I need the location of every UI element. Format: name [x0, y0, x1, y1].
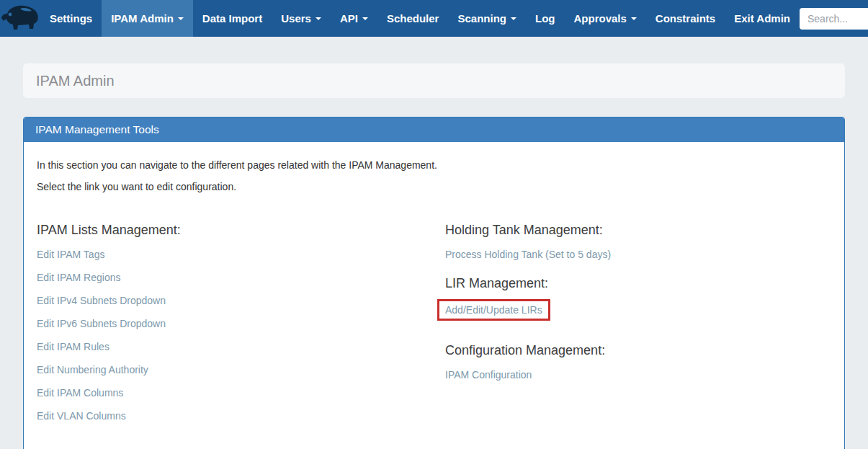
nav-item-label: Data Import [202, 12, 262, 25]
intro-text-1: In this section you can navigate to the … [37, 159, 831, 171]
nav-item-label: Scheduler [387, 12, 439, 25]
link-columns: IPAM Lists Management: Edit IPAM Tags Ed… [37, 223, 831, 433]
chevron-down-icon [362, 17, 368, 20]
main-nav: Settings IPAM Admin Data Import Users AP… [40, 0, 800, 37]
chevron-down-icon [316, 17, 321, 20]
nav-item-label: Exit Admin [734, 12, 790, 25]
nav-item-ipam-admin[interactable]: IPAM Admin [102, 0, 193, 37]
nav-item-scanning[interactable]: Scanning [448, 0, 526, 37]
nav-item-exit-admin[interactable]: Exit Admin [725, 0, 800, 37]
search-input[interactable] [800, 8, 868, 30]
link-edit-ipv6-subnets-dropdown[interactable]: Edit IPv6 Subnets Dropdown [37, 318, 445, 329]
nav-item-settings[interactable]: Settings [40, 0, 102, 37]
configuration-management-heading: Configuration Management: [445, 343, 831, 358]
nav-item-label: Users [281, 12, 311, 25]
nav-item-label: Log [535, 12, 555, 25]
chevron-down-icon [631, 17, 637, 20]
nav-item-scheduler[interactable]: Scheduler [377, 0, 449, 37]
nav-item-log[interactable]: Log [526, 0, 565, 37]
panel-heading: IPAM Management Tools [24, 117, 844, 142]
link-edit-ipam-regions[interactable]: Edit IPAM Regions [37, 272, 445, 283]
search-group [800, 8, 868, 30]
page-container: IPAM Admin IPAM Management Tools In this… [23, 63, 845, 449]
chevron-down-icon [178, 17, 184, 20]
page-title-panel: IPAM Admin [23, 63, 845, 98]
nav-item-constraints[interactable]: Constraints [646, 0, 725, 37]
holding-tank-management-heading: Holding Tank Management: [445, 223, 831, 238]
rhino-logo-icon [0, 3, 40, 35]
nav-item-label: Settings [50, 12, 92, 25]
nav-item-data-import[interactable]: Data Import [193, 0, 272, 37]
highlight-box: Add/Edit/Update LIRs [437, 299, 550, 321]
ipam-management-tools-panel: IPAM Management Tools In this section yo… [23, 117, 845, 449]
top-navbar: Settings IPAM Admin Data Import Users AP… [0, 0, 868, 37]
nav-item-label: Approvals [573, 12, 626, 25]
nav-item-label: API [340, 12, 358, 25]
link-add-edit-update-lirs[interactable]: Add/Edit/Update LIRs [445, 304, 542, 316]
panel-body: In this section you can navigate to the … [24, 142, 844, 449]
intro-text-2: Select the link you want to edit configu… [37, 181, 831, 192]
nav-item-approvals[interactable]: Approvals [564, 0, 645, 37]
ipam-lists-management-heading: IPAM Lists Management: [37, 223, 445, 238]
navbar-right [800, 0, 868, 37]
nav-item-api[interactable]: API [331, 0, 377, 37]
link-edit-ipv4-subnets-dropdown[interactable]: Edit IPv4 Subnets Dropdown [37, 295, 445, 306]
chevron-down-icon [511, 17, 516, 20]
link-edit-ipam-tags[interactable]: Edit IPAM Tags [37, 249, 445, 260]
ipam-lists-management-column: IPAM Lists Management: Edit IPAM Tags Ed… [37, 223, 445, 433]
link-edit-ipam-columns[interactable]: Edit IPAM Columns [37, 387, 445, 399]
app-logo[interactable] [0, 0, 40, 37]
management-sections-column: Holding Tank Management: Process Holding… [445, 223, 831, 433]
nav-item-label: Constraints [656, 12, 715, 25]
nav-item-users[interactable]: Users [272, 0, 331, 37]
lir-management-heading: LIR Management: [445, 276, 831, 291]
link-edit-vlan-columns[interactable]: Edit VLAN Columns [37, 410, 445, 422]
page-title: IPAM Admin [36, 73, 115, 89]
link-edit-numbering-authority[interactable]: Edit Numbering Authority [37, 364, 445, 375]
nav-item-label: Scanning [457, 12, 506, 25]
link-edit-ipam-rules[interactable]: Edit IPAM Rules [37, 341, 445, 352]
link-ipam-configuration[interactable]: IPAM Configuration [445, 369, 831, 381]
link-process-holding-tank[interactable]: Process Holding Tank (Set to 5 days) [445, 249, 831, 260]
nav-item-label: IPAM Admin [111, 12, 174, 25]
